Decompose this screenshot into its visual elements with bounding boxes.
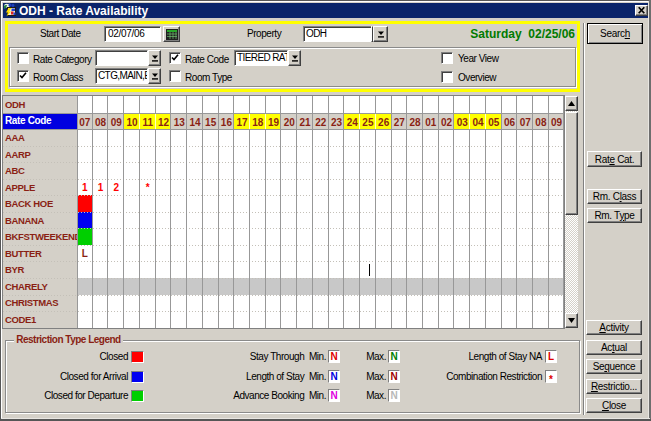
svg-text:20: 20 bbox=[284, 117, 296, 128]
svg-text:1: 1 bbox=[82, 182, 88, 193]
svg-text:BKFSTWEEKEND: BKFSTWEEKEND bbox=[5, 231, 82, 242]
svg-text:18: 18 bbox=[252, 117, 264, 128]
svg-text:06: 06 bbox=[504, 117, 516, 128]
svg-text:25: 25 bbox=[362, 117, 374, 128]
svg-text:17: 17 bbox=[237, 117, 249, 128]
svg-text:08: 08 bbox=[535, 117, 547, 128]
svg-text:15: 15 bbox=[205, 117, 217, 128]
svg-text:BYR: BYR bbox=[5, 264, 24, 275]
svg-text:27: 27 bbox=[394, 117, 406, 128]
svg-text:ODH: ODH bbox=[5, 99, 26, 110]
svg-text:05: 05 bbox=[488, 117, 500, 128]
svg-text:07: 07 bbox=[79, 117, 91, 128]
svg-text:10: 10 bbox=[126, 117, 138, 128]
svg-text:04: 04 bbox=[472, 117, 484, 128]
svg-text:09: 09 bbox=[111, 117, 123, 128]
svg-text:23: 23 bbox=[331, 117, 343, 128]
svg-text:BACK HOE: BACK HOE bbox=[5, 198, 53, 209]
svg-text:12: 12 bbox=[158, 117, 170, 128]
svg-text:2: 2 bbox=[114, 182, 120, 193]
svg-text:CODE1: CODE1 bbox=[5, 314, 37, 325]
svg-text:07: 07 bbox=[520, 117, 532, 128]
svg-text:CHRISTMAS: CHRISTMAS bbox=[5, 297, 58, 308]
svg-text:AARP: AARP bbox=[5, 149, 32, 160]
svg-text:08: 08 bbox=[95, 117, 107, 128]
svg-text:24: 24 bbox=[347, 117, 359, 128]
svg-text:11: 11 bbox=[142, 117, 153, 128]
svg-text:*: * bbox=[146, 182, 150, 193]
svg-text:09: 09 bbox=[551, 117, 563, 128]
svg-text:26: 26 bbox=[378, 117, 390, 128]
svg-text:1: 1 bbox=[98, 182, 104, 193]
svg-text:03: 03 bbox=[457, 117, 469, 128]
svg-text:16: 16 bbox=[221, 117, 233, 128]
svg-text:02: 02 bbox=[441, 117, 453, 128]
svg-text:21: 21 bbox=[299, 117, 311, 128]
svg-text:22: 22 bbox=[315, 117, 327, 128]
svg-text:ABC: ABC bbox=[5, 165, 25, 176]
svg-text:L: L bbox=[82, 248, 88, 259]
svg-text:BANANA: BANANA bbox=[5, 215, 45, 226]
svg-text:BUTTER: BUTTER bbox=[5, 248, 42, 259]
svg-text:APPLE: APPLE bbox=[5, 182, 35, 193]
svg-text:14: 14 bbox=[189, 117, 201, 128]
svg-text:Rate Code: Rate Code bbox=[5, 115, 52, 126]
svg-text:01: 01 bbox=[425, 117, 437, 128]
svg-text:CHARELY: CHARELY bbox=[5, 281, 49, 292]
svg-text:19: 19 bbox=[268, 117, 280, 128]
svg-text:28: 28 bbox=[410, 117, 422, 128]
svg-text:AAA: AAA bbox=[5, 132, 25, 143]
svg-text:13: 13 bbox=[174, 117, 186, 128]
